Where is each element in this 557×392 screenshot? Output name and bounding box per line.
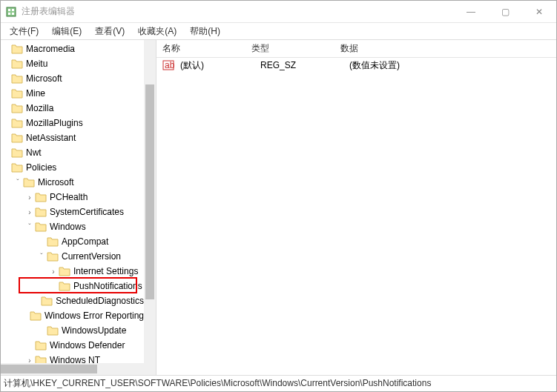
tree-item[interactable]: ˇCurrentVersion (1, 249, 144, 264)
folder-icon (11, 118, 23, 128)
menu-file[interactable]: 文件(F) (4, 24, 45, 39)
tree-label: Policies (26, 162, 56, 173)
tree-label: Windows (50, 222, 86, 232)
folder-icon (59, 281, 70, 291)
folder-icon (35, 207, 47, 217)
chevron-down-icon[interactable]: ˇ (36, 253, 47, 261)
tree-item[interactable]: ˇMicrosoft (1, 175, 144, 190)
tree-label: Nwt (26, 147, 42, 158)
tree-label: Macromedia (26, 44, 75, 54)
tree-item[interactable]: Microsoft (1, 71, 144, 86)
chevron-down-icon[interactable]: ˇ (24, 223, 35, 231)
folder-icon (47, 236, 59, 247)
tree-item[interactable]: Nwt (1, 145, 144, 160)
tree-item[interactable]: Mine (1, 86, 144, 101)
tree-item[interactable]: Windows Defender (1, 338, 144, 353)
scroll-corner (144, 363, 156, 375)
tree-item[interactable]: ›SystemCertificates (1, 205, 144, 219)
minimize-icon: — (467, 7, 475, 17)
tree-item[interactable]: ˇWindows (1, 219, 144, 234)
folder-icon (35, 192, 47, 202)
folder-icon (35, 355, 47, 363)
column-header-name[interactable]: 名称 (156, 42, 245, 55)
svg-rect-3 (8, 13, 10, 15)
value-data: (数值未设置) (346, 59, 556, 72)
app-icon (5, 6, 17, 18)
tree-item[interactable]: WindowsUpdate (1, 323, 144, 338)
tree-label: Microsoft (26, 73, 62, 84)
tree-label: Meitu (26, 59, 47, 69)
menu-edit[interactable]: 编辑(E) (46, 24, 88, 39)
tree-item[interactable]: PushNotifications (1, 279, 144, 293)
minimize-button[interactable]: — (454, 1, 488, 23)
tree-item[interactable]: MozillaPlugins (1, 116, 144, 130)
chevron-right-icon[interactable]: › (24, 356, 35, 364)
folder-icon (11, 88, 23, 99)
folder-icon (35, 340, 47, 351)
maximize-icon: ▢ (501, 7, 510, 17)
svg-text:ab: ab (165, 60, 174, 70)
menubar: 文件(F) 编辑(E) 查看(V) 收藏夹(A) 帮助(H) (1, 23, 556, 39)
menu-help[interactable]: 帮助(H) (184, 24, 226, 39)
close-button[interactable]: ✕ (522, 1, 556, 23)
value-type: REG_SZ (257, 60, 346, 70)
folder-icon (23, 177, 35, 187)
chevron-down-icon[interactable]: ˇ (13, 179, 23, 187)
tree-item[interactable]: ›PCHealth (1, 190, 144, 205)
registry-tree: MacromediaMeituMicrosoftMineMozillaMozil… (1, 40, 144, 363)
values-list-pane: 名称 类型 数据 ab(默认)REG_SZ(数值未设置) (156, 40, 556, 375)
chevron-right-icon[interactable]: › (24, 208, 35, 216)
tree-label: PCHealth (50, 192, 88, 202)
tree-item[interactable]: Policies (1, 160, 144, 175)
tree-item[interactable]: Windows Error Reporting (1, 308, 144, 323)
folder-icon (11, 103, 23, 113)
folder-icon (11, 59, 23, 69)
tree-label: NetAssistant (26, 133, 76, 143)
tree-item[interactable]: Macromedia (1, 41, 144, 56)
menu-view[interactable]: 查看(V) (89, 24, 131, 39)
folder-icon (11, 133, 23, 143)
folder-icon (11, 73, 23, 84)
tree-item[interactable]: NetAssistant (1, 130, 144, 145)
tree-label: Mozilla (26, 103, 53, 113)
statusbar: 计算机\HKEY_CURRENT_USER\SOFTWARE\Policies\… (1, 375, 556, 391)
tree-item[interactable]: ScheduledDiagnostics (1, 293, 144, 308)
list-body: ab(默认)REG_SZ(数值未设置) (156, 58, 556, 73)
tree-label: ScheduledDiagnostics (56, 296, 144, 306)
value-row[interactable]: ab(默认)REG_SZ(数值未设置) (156, 58, 556, 73)
scrollbar-thumb[interactable] (1, 365, 97, 373)
chevron-right-icon[interactable]: › (48, 268, 59, 276)
window-title: 注册表编辑器 (22, 5, 454, 18)
tree-vertical-scrollbar[interactable] (144, 40, 156, 363)
close-icon: ✕ (535, 7, 543, 17)
regedit-window: 注册表编辑器 — ▢ ✕ 文件(F) 编辑(E) 查看(V) 收藏夹(A) 帮助… (0, 0, 557, 392)
tree-label: PushNotifications (73, 281, 142, 291)
tree-item[interactable]: ›Windows NT (1, 353, 144, 363)
tree-pane: MacromediaMeituMicrosoftMineMozillaMozil… (1, 40, 156, 375)
tree-horizontal-scrollbar[interactable] (1, 363, 144, 375)
svg-rect-4 (12, 13, 14, 15)
tree-label: AppCompat (62, 236, 108, 247)
tree-item[interactable]: AppCompat (1, 234, 144, 249)
tree-label: Mine (26, 88, 45, 99)
tree-item[interactable]: Mozilla (1, 101, 144, 116)
menu-favorites[interactable]: 收藏夹(A) (132, 24, 182, 39)
folder-icon (47, 251, 59, 262)
tree-label: Windows Error Reporting (45, 310, 144, 321)
tree-item[interactable]: ›Internet Settings (1, 264, 144, 279)
folder-icon (11, 162, 23, 173)
tree-item[interactable]: Meitu (1, 56, 144, 71)
folder-icon (30, 310, 42, 321)
chevron-right-icon[interactable]: › (24, 193, 35, 202)
column-header-type[interactable]: 类型 (245, 42, 334, 55)
scrollbar-thumb[interactable] (145, 84, 154, 299)
column-header-data[interactable]: 数据 (334, 42, 556, 55)
folder-icon (35, 222, 47, 232)
tree-label: Microsoft (38, 177, 74, 187)
maximize-button[interactable]: ▢ (488, 1, 522, 23)
status-path: 计算机\HKEY_CURRENT_USER\SOFTWARE\Policies\… (4, 377, 431, 390)
folder-icon (11, 147, 23, 158)
titlebar: 注册表编辑器 — ▢ ✕ (1, 1, 556, 23)
svg-rect-1 (8, 9, 10, 11)
tree-label: Windows NT (50, 355, 100, 363)
